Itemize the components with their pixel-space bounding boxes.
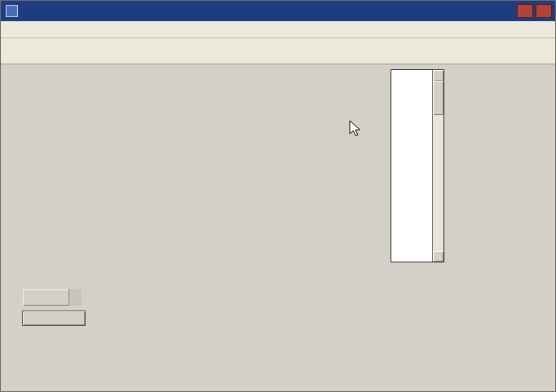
titlebar[interactable]: [1, 1, 555, 21]
bg-threshold-note: [97, 165, 213, 171]
maximize-button[interactable]: [517, 4, 533, 18]
app-window: [0, 0, 556, 392]
figure-area: [1, 64, 556, 392]
chevron-down-icon: [68, 289, 82, 306]
close-button[interactable]: [536, 4, 552, 18]
dropdown-items: [391, 70, 432, 262]
scroll-up-button[interactable]: [433, 70, 443, 81]
number-dropdown-list: [391, 69, 444, 262]
app-icon: [6, 5, 18, 17]
growth-dropdown[interactable]: [23, 289, 82, 306]
toolbar: [1, 38, 555, 64]
plot-axes: [1, 64, 556, 392]
dropdown-scrollbar[interactable]: [432, 70, 443, 262]
window-controls: [514, 4, 555, 18]
mouse-cursor-icon: [349, 120, 362, 138]
scrollbar-track[interactable]: [433, 81, 443, 251]
scrollbar-thumb[interactable]: [433, 81, 443, 115]
continue-button[interactable]: [22, 311, 86, 326]
scroll-down-button[interactable]: [433, 251, 443, 262]
menu-bar: [1, 21, 555, 38]
